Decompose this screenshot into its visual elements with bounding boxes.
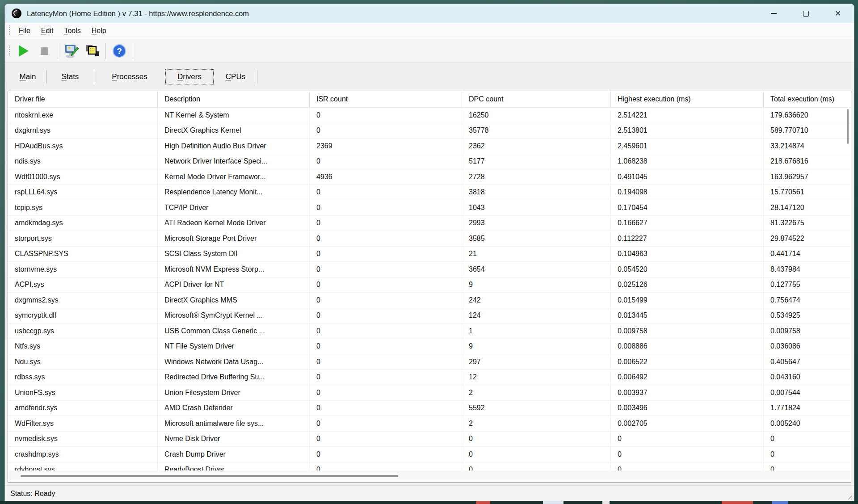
app-window: LatencyMon (Home Edition ) v 7.31 - http… (4, 4, 854, 502)
cell-highest: 0.194098 (611, 185, 764, 200)
cell-highest: 0.112227 (611, 231, 764, 246)
monitor-pencil-icon (64, 43, 79, 59)
taskbar-fragment (772, 501, 788, 504)
cell-file: Ntfs.sys (8, 339, 158, 354)
cell-file: CLASSPNP.SYS (8, 247, 158, 262)
menubar-gripper[interactable] (9, 25, 10, 36)
copy-report-button[interactable] (82, 42, 102, 60)
tab-drivers[interactable]: Drivers (165, 69, 214, 84)
cell-file: ACPI.sys (8, 277, 158, 293)
table-row[interactable]: nvmedisk.sysNvme Disk Driver0000 (8, 432, 851, 447)
vertical-scrollbar-thumb[interactable] (847, 109, 849, 144)
cell-total: 0 (764, 462, 845, 471)
maximize-button[interactable] (790, 4, 822, 23)
stacked-windows-icon (84, 43, 100, 59)
cell-highest: 2.514221 (611, 108, 764, 123)
cell-isr: 0 (310, 123, 462, 139)
tab-cpus[interactable]: CPUs (214, 69, 257, 84)
table-row[interactable]: dxgkrnl.sysDirectX Graphics Kernel035778… (8, 123, 851, 139)
column-header-isr-count[interactable]: ISR count (310, 91, 462, 107)
table-row[interactable]: storport.sysMicrosoft Storage Port Drive… (8, 231, 851, 247)
vertical-scrollbar[interactable] (845, 108, 851, 470)
titlebar[interactable]: LatencyMon (Home Edition ) v 7.31 - http… (5, 4, 854, 23)
table-row[interactable]: UnionFS.sysUnion Filesystem Driver020.00… (8, 385, 851, 401)
cell-isr: 0 (310, 200, 462, 215)
table-row[interactable]: Ntfs.sysNT File System Driver090.0088860… (8, 339, 851, 355)
menu-file[interactable]: File (13, 25, 36, 37)
maximize-icon (803, 11, 809, 17)
cell-dpc: 2728 (462, 169, 611, 185)
toolbar: ? (5, 39, 854, 63)
cell-desc: Crash Dump Driver (158, 447, 310, 462)
cell-isr: 0 (310, 293, 462, 308)
table-row[interactable]: ACPI.sysACPI Driver for NT090.0251260.12… (8, 277, 851, 293)
tab-stats[interactable]: Stats (46, 69, 94, 84)
table-row[interactable]: HDAudBus.sysHigh Definition Audio Bus Dr… (8, 139, 851, 154)
cell-total: 0.036086 (764, 339, 845, 354)
column-header-highest-execution-ms[interactable]: Highest execution (ms) (611, 91, 764, 107)
table-row[interactable]: Ndu.sysWindows Network Data Usag...02970… (8, 354, 851, 370)
table-row[interactable]: rdbss.sysRedirected Drive Buffering Su..… (8, 370, 851, 386)
menu-help[interactable]: Help (86, 25, 112, 37)
menu-edit[interactable]: Edit (36, 25, 59, 37)
table-row[interactable]: symcryptk.dllMicrosoft® SymCrypt Kernel … (8, 308, 851, 324)
cell-desc: AMD Crash Defender (158, 401, 310, 416)
cell-isr: 0 (310, 247, 462, 262)
cell-file: stornvme.sys (8, 262, 158, 277)
table-row[interactable]: tcpip.sysTCP/IP Driver010430.17045428.14… (8, 200, 851, 216)
table-row[interactable]: rspLLL64.sysResplendence Latency Monit..… (8, 185, 851, 201)
table-row[interactable]: crashdmp.sysCrash Dump Driver0000 (8, 447, 851, 462)
start-button[interactable] (13, 42, 34, 60)
table-row[interactable]: stornvme.sysMicrosoft NVM Express Storp.… (8, 262, 851, 277)
cell-file: amdfendr.sys (8, 401, 158, 416)
column-header-description[interactable]: Description (158, 91, 310, 107)
column-header-dpc-count[interactable]: DPC count (462, 91, 611, 107)
cell-isr: 0 (310, 154, 462, 169)
cell-isr: 0 (310, 231, 462, 246)
column-header-driver-file[interactable]: Driver file (8, 91, 158, 107)
toolbar-gripper[interactable] (9, 46, 10, 56)
cell-highest: 0 (611, 447, 764, 462)
cell-dpc: 9 (462, 339, 611, 354)
cell-dpc: 2993 (462, 216, 611, 231)
table-row[interactable]: amdkmdag.sysATI Radeon Kernel Mode Drive… (8, 216, 851, 231)
cell-isr: 2369 (310, 139, 462, 154)
column-header-total-execution-ms[interactable]: Total execution (ms) (764, 91, 845, 107)
table-row[interactable]: Wdf01000.sysKernel Mode Driver Framewor.… (8, 169, 851, 185)
cell-total: 0 (764, 447, 845, 462)
cell-isr: 0 (310, 401, 462, 416)
cell-highest: 0.002705 (611, 416, 764, 431)
horizontal-scrollbar-thumb[interactable] (21, 475, 398, 477)
table-body: ntoskrnl.exeNT Kernel & System0162502.51… (8, 108, 851, 470)
cell-total: 81.322675 (764, 216, 845, 231)
resize-grip[interactable] (846, 494, 852, 500)
help-button[interactable]: ? (109, 42, 130, 60)
tab-processes[interactable]: Processes (94, 69, 165, 84)
cell-highest: 0.166627 (611, 216, 764, 231)
cell-isr: 4936 (310, 169, 462, 185)
cell-highest: 0.015499 (611, 293, 764, 308)
cell-highest: 0.008886 (611, 339, 764, 354)
tab-main[interactable]: Main (9, 69, 46, 84)
table-row[interactable]: ndis.sysNetwork Driver Interface Speci..… (8, 154, 851, 170)
options-button[interactable] (61, 42, 82, 60)
table-row[interactable]: CLASSPNP.SYSSCSI Class System Dll0210.10… (8, 247, 851, 262)
cell-file: dxgmms2.sys (8, 293, 158, 308)
cell-dpc: 297 (462, 354, 611, 370)
table-row[interactable]: amdfendr.sysAMD Crash Defender055920.003… (8, 401, 851, 416)
table-row[interactable]: WdFilter.sysMicrosoft antimalware file s… (8, 416, 851, 432)
table-row[interactable]: ntoskrnl.exeNT Kernel & System0162502.51… (8, 108, 851, 123)
table-row[interactable]: rdyboost.sysReadyBoost Driver0000 (8, 462, 851, 471)
cell-highest: 0.009758 (611, 323, 764, 339)
cell-isr: 0 (310, 277, 462, 293)
stop-button[interactable] (34, 42, 55, 60)
cell-total: 15.770561 (764, 185, 845, 200)
cell-total: 0.756474 (764, 293, 845, 308)
menu-tools[interactable]: Tools (59, 25, 86, 37)
horizontal-scrollbar[interactable] (8, 470, 851, 482)
cell-isr: 0 (310, 108, 462, 123)
table-row[interactable]: dxgmms2.sysDirectX Graphics MMS02420.015… (8, 293, 851, 308)
minimize-button[interactable] (757, 4, 790, 23)
close-button[interactable]: ✕ (822, 4, 854, 23)
table-row[interactable]: usbccgp.sysUSB Common Class Generic ...0… (8, 323, 851, 339)
